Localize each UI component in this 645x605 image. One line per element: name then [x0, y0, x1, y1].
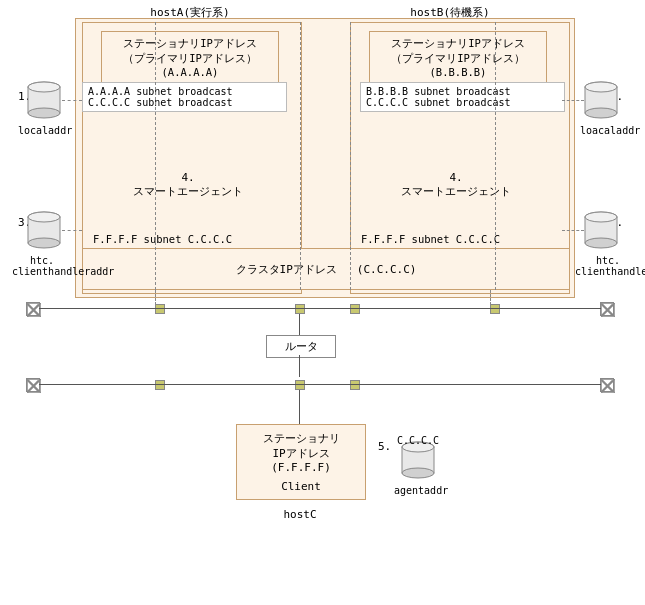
svg-rect-21 [601, 303, 615, 317]
svg-point-11 [28, 212, 60, 222]
svg-line-23 [28, 380, 40, 392]
svg-line-20 [602, 304, 614, 316]
svg-line-25 [602, 380, 614, 392]
hosta-cluster-line: F.F.F.F subnet C.C.C.C [93, 233, 288, 245]
net-line-bot [39, 384, 601, 385]
svg-point-14 [585, 238, 617, 248]
cylinder-2 [583, 80, 619, 123]
vert-3 [299, 390, 300, 425]
client-station2: IPアドレス [247, 446, 355, 461]
agentaddr-label: agentaddr [394, 485, 448, 496]
clienthandleraddr-left: htc. clienthandleraddr [12, 255, 72, 277]
dh-1 [62, 100, 82, 101]
localaddr-right-label: loacaladdr [580, 125, 634, 136]
dv-cyl-left [155, 290, 156, 305]
hostb-smart-agent: 4. スマートエージェント [381, 171, 531, 199]
svg-point-10 [28, 238, 60, 248]
svg-line-16 [28, 304, 40, 316]
sq-node-4 [490, 304, 500, 314]
svg-point-2 [28, 108, 60, 118]
x-node-left-bot [26, 378, 40, 392]
hostb-station-addr: ステーショナリIPアドレス （プライマリIPアドレス） (B.B.B.B) [369, 31, 547, 85]
dh-3 [62, 230, 82, 231]
hosta-dashed-v2 [300, 22, 301, 290]
cylinder-3-right [583, 210, 619, 253]
svg-rect-27 [601, 379, 615, 393]
dh-2 [562, 100, 584, 101]
diagram: hostA(実行系) hostB(待機系) ステーショナリIPアドレス （プライ… [0, 0, 645, 605]
cylinder-3-left [26, 210, 62, 253]
vert-1 [299, 314, 300, 336]
sq-node-7 [350, 380, 360, 390]
svg-rect-18 [27, 303, 41, 317]
hosta-db-labels: A.A.A.A subnet broadcast C.C.C.C subnet … [82, 82, 287, 112]
client-station1: ステーショナリ [247, 431, 355, 446]
hosta-dashed-v1 [155, 22, 156, 290]
client-label: Client [247, 480, 355, 493]
cylinder-1 [26, 80, 62, 123]
sq-node-5 [155, 380, 165, 390]
cylinder-5 [400, 440, 436, 483]
svg-line-22 [28, 380, 40, 392]
svg-rect-24 [27, 379, 41, 393]
hostb-dashed-v1 [350, 22, 351, 290]
cluster-ip-val: (C.C.C.C) [357, 263, 417, 276]
hosta-smart-agent: 4. スマートエージェント [113, 171, 263, 199]
svg-point-6 [585, 108, 617, 118]
agent-ip-label: C.C.C.C [397, 435, 439, 446]
svg-line-19 [602, 304, 614, 316]
vert-2 [299, 355, 300, 377]
x-node-right-top [600, 302, 614, 316]
hostb-dashed-v2 [495, 22, 496, 290]
router-box: ルータ [266, 335, 336, 358]
hosta-station-addr: ステーショナリIPアドレス （プライマリIPアドレス） (A.A.A.A) [101, 31, 279, 85]
sq-node-1 [155, 304, 165, 314]
dv-cyl-right [490, 290, 491, 305]
svg-line-17 [28, 304, 40, 316]
num5-label: 5. [378, 440, 391, 453]
sq-node-6 [295, 380, 305, 390]
hostb-cluster-line: F.F.F.F subnet C.C.C.C [361, 233, 556, 245]
net-line-top [39, 308, 601, 309]
hostb-db-labels: B.B.B.B subnet broadcast C.C.C.C subnet … [360, 82, 565, 112]
svg-line-26 [602, 380, 614, 392]
clienthandleraddr-right: htc. clienthandleraddr [575, 255, 641, 277]
svg-point-7 [585, 82, 617, 92]
localaddr-left-label: localaddr [18, 125, 72, 136]
client-station3: (F.F.F.F) [247, 461, 355, 474]
sq-node-3 [350, 304, 360, 314]
svg-point-3 [28, 82, 60, 92]
sq-node-2 [295, 304, 305, 314]
cluster-ip-label: クラスタIPアドレス [236, 262, 337, 277]
svg-point-30 [402, 468, 434, 478]
x-node-right-bot [600, 378, 614, 392]
hostc-label: hostC [230, 508, 370, 521]
svg-point-15 [585, 212, 617, 222]
dh-4 [562, 230, 584, 231]
client-box: ステーショナリ IPアドレス (F.F.F.F) Client [236, 424, 366, 500]
x-node-left-top [26, 302, 40, 316]
